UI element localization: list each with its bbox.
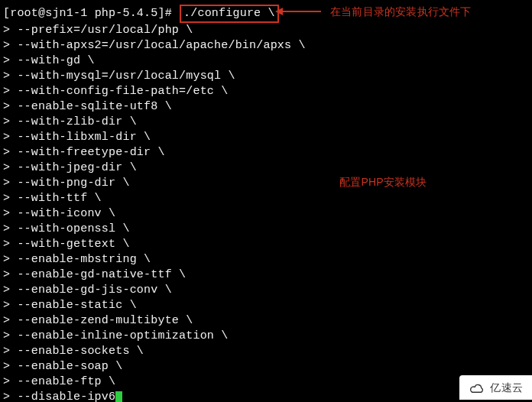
continuation-lines: > --prefix=/usr/local/php \> --with-apxs… bbox=[3, 23, 529, 402]
continuation-prompt: > bbox=[3, 85, 17, 98]
continuation-line: > --prefix=/usr/local/php \ bbox=[3, 23, 529, 38]
annotation-arrow-head bbox=[275, 8, 283, 15]
continuation-line: > --enable-mbstring \ bbox=[3, 252, 529, 267]
configure-option: --with-freetype-dir \ bbox=[17, 146, 164, 159]
continuation-prompt: > bbox=[3, 253, 17, 266]
continuation-prompt: > bbox=[3, 100, 17, 113]
configure-option: --enable-ftp \ bbox=[17, 375, 115, 388]
continuation-prompt: > bbox=[3, 314, 17, 327]
continuation-prompt: > bbox=[3, 146, 17, 159]
continuation-prompt: > bbox=[3, 345, 17, 358]
continuation-line: > --with-mysql=/usr/local/mysql \ bbox=[3, 69, 529, 84]
continuation-line: > --with-gd \ bbox=[3, 53, 529, 69]
configure-option: --enable-soap \ bbox=[17, 360, 122, 373]
prompt-close-bracket: ] bbox=[157, 7, 164, 20]
configure-option: --with-config-file-path=/etc \ bbox=[17, 85, 228, 98]
configure-option: --with-mysql=/usr/local/mysql \ bbox=[17, 70, 235, 83]
continuation-line: > --enable-ftp \ bbox=[3, 374, 529, 390]
continuation-line: > --enable-inline-optimization \ bbox=[3, 329, 529, 344]
continuation-prompt: > bbox=[3, 391, 17, 402]
configure-option: --with-zlib-dir \ bbox=[17, 115, 136, 128]
configure-option: --enable-static \ bbox=[17, 299, 136, 312]
continuation-prompt: > bbox=[3, 238, 17, 251]
continuation-line: > --with-freetype-dir \ bbox=[3, 145, 529, 160]
configure-option: --enable-zend-multibyte \ bbox=[17, 314, 193, 327]
continuation-prompt: > bbox=[3, 115, 17, 128]
continuation-line: > --with-config-file-path=/etc \ bbox=[3, 84, 529, 99]
configure-option: --prefix=/usr/local/php \ bbox=[17, 24, 193, 37]
watermark: 亿速云 bbox=[459, 375, 532, 400]
configure-option: --with-libxml-dir \ bbox=[17, 131, 151, 144]
continuation-line: > --with-libxml-dir \ bbox=[3, 130, 529, 145]
annotation-arrow-line bbox=[283, 11, 321, 12]
continuation-line: > --enable-static \ bbox=[3, 298, 529, 313]
continuation-prompt: > bbox=[3, 268, 17, 281]
configure-option: --enable-inline-optimization \ bbox=[17, 329, 228, 342]
continuation-line: > --with-zlib-dir \ bbox=[3, 115, 529, 130]
continuation-prompt: > bbox=[3, 131, 17, 144]
continuation-prompt: > bbox=[3, 329, 17, 342]
prompt-hash: # bbox=[165, 7, 172, 20]
annotation-top: 在当前目录的安装执行文件下 bbox=[330, 4, 472, 19]
configure-option: --enable-gd-jis-conv \ bbox=[17, 284, 171, 297]
continuation-prompt: > bbox=[3, 177, 17, 190]
configure-option: --enable-sqlite-utf8 \ bbox=[17, 100, 171, 113]
continuation-line: > --with-png-dir \ bbox=[3, 176, 529, 191]
configure-option: --with-apxs2=/usr/local/apache/bin/apxs … bbox=[17, 39, 305, 52]
prompt-open-bracket: [ bbox=[3, 7, 10, 20]
continuation-line: > --disable-ipv6 bbox=[3, 390, 529, 402]
continuation-line: > --enable-sqlite-utf8 \ bbox=[3, 99, 529, 115]
annotation-mid: 配置PHP安装模块 bbox=[339, 174, 427, 190]
configure-option: --with-iconv \ bbox=[17, 207, 115, 220]
command-highlight-box: ./configure \ bbox=[180, 5, 279, 23]
continuation-prompt: > bbox=[3, 284, 17, 297]
continuation-prompt: > bbox=[3, 70, 17, 83]
continuation-prompt: > bbox=[3, 24, 17, 37]
cloud-icon bbox=[469, 382, 485, 393]
continuation-line: > --enable-zend-multibyte \ bbox=[3, 313, 529, 329]
configure-option: --with-png-dir \ bbox=[17, 177, 129, 190]
continuation-line: > --enable-gd-jis-conv \ bbox=[3, 283, 529, 298]
continuation-prompt: > bbox=[3, 39, 17, 52]
continuation-prompt: > bbox=[3, 299, 17, 312]
continuation-prompt: > bbox=[3, 360, 17, 373]
continuation-prompt: > bbox=[3, 375, 17, 388]
configure-option: --disable-ipv6 bbox=[17, 391, 115, 402]
continuation-prompt: > bbox=[3, 222, 17, 235]
continuation-line: > --with-openssl \ bbox=[3, 222, 529, 237]
continuation-prompt: > bbox=[3, 54, 17, 67]
continuation-line: > --with-jpeg-dir \ bbox=[3, 160, 529, 176]
configure-option: --enable-sockets \ bbox=[17, 345, 144, 358]
continuation-prompt: > bbox=[3, 192, 17, 205]
continuation-line: > --with-gettext \ bbox=[3, 237, 529, 252]
configure-option: --with-ttf \ bbox=[17, 192, 101, 205]
prompt-dir: php-5.4.5 bbox=[95, 7, 158, 20]
configure-option: --with-openssl \ bbox=[17, 222, 129, 235]
configure-option: --with-gd \ bbox=[17, 54, 94, 67]
watermark-text: 亿速云 bbox=[490, 380, 523, 395]
terminal-cursor bbox=[115, 391, 122, 402]
continuation-line: > --with-ttf \ bbox=[3, 191, 529, 206]
configure-option: --with-gettext \ bbox=[17, 238, 129, 251]
configure-option: --enable-gd-native-ttf \ bbox=[17, 268, 186, 281]
configure-option: --enable-mbstring \ bbox=[17, 253, 151, 266]
continuation-line: > --enable-gd-native-ttf \ bbox=[3, 267, 529, 283]
continuation-prompt: > bbox=[3, 161, 17, 174]
continuation-prompt: > bbox=[3, 207, 17, 220]
continuation-line: > --enable-sockets \ bbox=[3, 344, 529, 359]
continuation-line: > --with-iconv \ bbox=[3, 206, 529, 222]
configure-command: ./configure \ bbox=[183, 7, 275, 20]
continuation-line: > --with-apxs2=/usr/local/apache/bin/apx… bbox=[3, 38, 529, 53]
prompt-user-host: root@sjn1-1 bbox=[10, 7, 87, 20]
configure-option: --with-jpeg-dir \ bbox=[17, 161, 136, 174]
continuation-line: > --enable-soap \ bbox=[3, 359, 529, 374]
